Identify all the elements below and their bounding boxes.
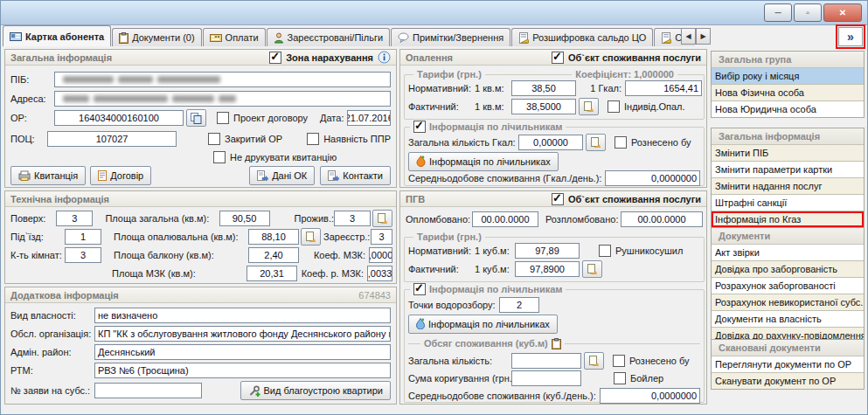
ownership-field[interactable]: не визначено	[94, 308, 391, 323]
living-field[interactable]: 3	[334, 211, 371, 226]
koef-mzk-field[interactable]: 0,00000	[369, 247, 392, 263]
service-org-field[interactable]: КП "КК з обслуговування житлового фонду …	[94, 326, 391, 342]
sidebar-item-penalties[interactable]: Штрафні санкції	[712, 195, 864, 211]
sidebar-item-change-pib[interactable]: Змінити ПІБ	[712, 145, 864, 162]
info-icon[interactable]	[378, 51, 391, 64]
correction-field[interactable]	[511, 370, 581, 386]
heating-spread-checkbox[interactable]	[615, 136, 627, 149]
area-balcony-field[interactable]: 2,40	[248, 247, 299, 263]
ok-data-button-label: Дані ОК	[272, 170, 307, 181]
counters-info-checkbox[interactable]	[413, 121, 426, 133]
date-field[interactable]: 21.07.2016	[347, 110, 391, 126]
edit-total-volume-button[interactable]	[584, 352, 604, 370]
boiler-checkbox[interactable]	[614, 372, 626, 384]
heating-normative-field[interactable]: 38,50	[511, 80, 576, 96]
amenities-button[interactable]: Вид благоустрою квартири	[240, 381, 392, 400]
sidebar-item-change-card-params[interactable]: Змінити параметри картки	[712, 162, 864, 178]
pgv-spread-checkbox[interactable]	[613, 355, 625, 367]
entrance-field[interactable]: 1	[65, 229, 101, 245]
indiv-heating-checkbox[interactable]	[608, 100, 620, 113]
sidebar-item-change-services[interactable]: Змінити надання послуг	[712, 178, 864, 195]
sidebar-item-ownership-documents[interactable]: Документи на власність	[712, 311, 864, 328]
pgv-object-label: Об`єкт споживання послуги	[568, 194, 701, 204]
closed-or-checkbox[interactable]	[208, 133, 220, 145]
sidebar-item-new-individual[interactable]: Нова Фізична особа	[712, 85, 864, 101]
volume-legend: Обсяг споживання (куб.м)	[420, 337, 565, 349]
total-gcal-field[interactable]: 0,00000	[518, 135, 583, 150]
sidebar-item-new-legal-entity[interactable]: Нова Юридична особа	[712, 101, 864, 117]
documents-icon	[119, 32, 128, 44]
heating-counters-button[interactable]: Інформація по лічильниках	[408, 152, 559, 171]
title-bar[interactable]: ─ ▫ ✕	[1, 1, 867, 25]
tab-subscriber-card[interactable]: Картка абонента	[3, 25, 111, 46]
tab-scroll-left-button[interactable]: ◀	[681, 28, 696, 45]
sidebar-collapse-button[interactable]: »	[838, 27, 863, 46]
towel-rail-checkbox[interactable]	[599, 245, 611, 257]
contract-button[interactable]: Договір	[90, 166, 151, 185]
pgv-counters-button[interactable]: Інформація по лічильниках	[408, 315, 558, 334]
tab-notes-appeals[interactable]: Примітки/Звернення	[391, 28, 510, 46]
unsealed-field[interactable]: 00.00.0000	[621, 211, 703, 227]
maximize-button[interactable]: ▫	[794, 3, 822, 22]
pgv-object-checkbox[interactable]	[552, 193, 564, 205]
registered-field[interactable]: 3	[371, 229, 392, 245]
pgv-avg-field[interactable]: 0,0000000	[600, 388, 700, 404]
tab-payments[interactable]: Оплати	[203, 28, 266, 46]
sidebar-item-kgaz-info[interactable]: Інформація по Кгаз	[712, 211, 864, 227]
edit-pgv-actual-button[interactable]	[582, 260, 602, 278]
tab-scroll-right-button[interactable]: ▶	[696, 28, 711, 45]
clipboard-icon[interactable]	[552, 338, 561, 349]
panel-title: ПГВ	[406, 194, 425, 204]
sidebar-item-reconciliation-act[interactable]: Акт звірки	[712, 245, 864, 261]
ppr-checkbox[interactable]	[307, 133, 319, 145]
pgv-counters-info-checkbox[interactable]	[413, 283, 426, 295]
ok-data-button[interactable]: Дані ОК	[249, 166, 315, 185]
sidebar-item-unused-subsidy-calculation[interactable]: Розрахунок невикористаної субс.	[712, 294, 864, 311]
floor-field[interactable]: 3	[56, 211, 93, 226]
edit-area-heat-button[interactable]	[301, 228, 321, 246]
zone-checkbox[interactable]	[269, 52, 281, 64]
wrench-icon	[248, 385, 260, 397]
edit-total-gcal-button[interactable]	[586, 134, 606, 151]
area-total-field[interactable]: 90,50	[219, 211, 270, 226]
edit-heating-actual-button[interactable]	[579, 98, 599, 115]
sealed-field[interactable]: 00.00.0000	[472, 211, 538, 227]
pib-field[interactable]	[54, 72, 391, 87]
edit-living-button[interactable]	[372, 210, 392, 227]
heating-actual-field[interactable]: 38,5000	[511, 99, 576, 114]
total-volume-field[interactable]	[511, 353, 581, 369]
address-field[interactable]	[54, 91, 391, 107]
sidebar-item-select-year-month[interactable]: Вибір року і місяця	[712, 68, 864, 85]
pgv-normative-field[interactable]: 97,89	[515, 243, 580, 259]
receipt-button[interactable]: Квитанція	[10, 166, 86, 185]
gcal-field[interactable]: 1654,41	[625, 80, 702, 96]
project-contract-checkbox[interactable]	[217, 112, 229, 124]
koef-r-mzk-field[interactable]: 0,00336	[367, 266, 392, 281]
sidebar-item-debt-certificate[interactable]: Довідка про заборгованість	[712, 261, 864, 278]
gcal-label: 1 Гкал:	[587, 83, 621, 93]
or-field[interactable]: 164034000160100	[54, 110, 184, 126]
minimize-button[interactable]: ─	[764, 3, 792, 22]
subsidy-field[interactable]	[94, 383, 202, 398]
no-print-checkbox[interactable]	[213, 151, 226, 163]
pgv-actual-field[interactable]: 97,8900	[515, 261, 580, 277]
tab-registered-benefits[interactable]: Зареєстровані/Пільги	[267, 28, 390, 46]
tab-documents[interactable]: Документи (0)	[112, 28, 201, 46]
rtm-field[interactable]: РВЗ №6 (Троєщина)	[94, 363, 391, 378]
heating-avg-field[interactable]: 0,0000000	[605, 170, 700, 186]
edit-icon	[377, 213, 388, 225]
water-points-field[interactable]: 2	[499, 297, 539, 313]
heating-object-checkbox[interactable]	[552, 52, 564, 64]
sidebar-item-scan-or-document[interactable]: Сканувати документ по ОР	[712, 373, 864, 389]
admin-district-field[interactable]: Деснянський	[94, 344, 391, 360]
area-mzk-field[interactable]: 20,31	[247, 266, 297, 281]
copy-or-button[interactable]	[186, 109, 206, 127]
sidebar-item-view-or-documents[interactable]: Переглянути документи по ОР	[712, 356, 864, 373]
contacts-button[interactable]: Контакти	[320, 166, 391, 185]
area-heat-field[interactable]: 88,10	[248, 229, 299, 245]
tab-balance-co[interactable]: Розшифровка сальдо ЦО	[511, 28, 653, 46]
rooms-field[interactable]: 3	[65, 247, 101, 263]
sidebar-item-debt-calculation[interactable]: Розрахунок заборгованості	[712, 278, 864, 294]
close-button[interactable]: ✕	[823, 3, 862, 22]
poc-field[interactable]: 107027	[47, 131, 177, 147]
